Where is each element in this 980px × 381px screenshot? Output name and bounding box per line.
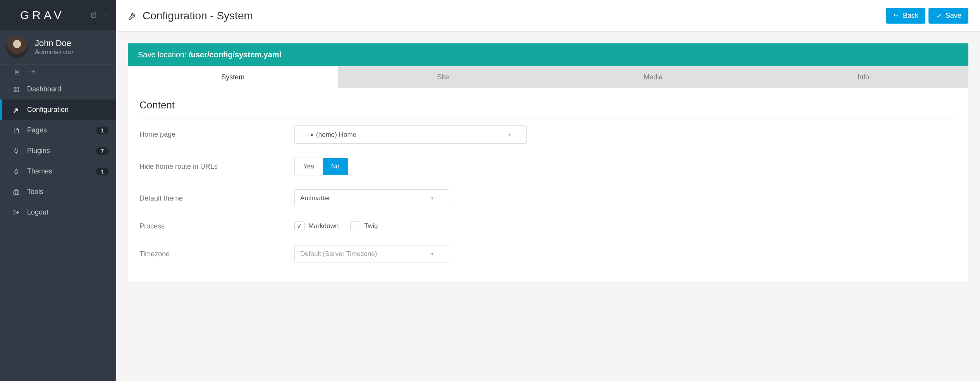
svg-rect-6 — [14, 90, 16, 92]
section-title: Content — [139, 96, 957, 118]
badge-pages: 1 — [96, 127, 108, 134]
nav-plugins[interactable]: Plugins 7 — [0, 141, 116, 161]
tool-row — [0, 64, 116, 79]
panel: Content Home page —- ▸ (home) Home ▾ Hid… — [128, 88, 968, 281]
select-theme[interactable]: Antimatter ▾ — [294, 189, 449, 207]
back-label: Back — [903, 12, 918, 20]
svg-rect-3 — [14, 87, 16, 89]
wrench-icon — [128, 11, 137, 21]
chevron-down-icon: ▾ — [509, 132, 511, 137]
brand-logo: GRAV — [20, 9, 65, 22]
chevron-down-icon: ▾ — [431, 251, 433, 257]
nav-label: Pages — [27, 126, 47, 134]
nav-label: Logout — [27, 208, 48, 216]
tab-system[interactable]: System — [128, 66, 338, 88]
topbar: Configuration - System Back Save — [116, 0, 980, 32]
external-link-icon[interactable] — [91, 12, 97, 18]
nav-logout[interactable]: Logout — [0, 202, 116, 223]
checkbox-markdown[interactable] — [294, 221, 304, 231]
toggle-no[interactable]: No — [323, 158, 348, 175]
nav-label: Plugins — [27, 147, 50, 155]
logout-icon — [12, 209, 20, 216]
save-location-banner: Save location: /user/config/system.yaml — [128, 43, 968, 66]
row-theme: Default theme Antimatter ▾ — [139, 182, 957, 214]
tabs: System Site Media Info — [128, 66, 968, 88]
label-timezone: Timezone — [139, 250, 294, 258]
svg-rect-4 — [17, 87, 19, 89]
checkbox-twig[interactable] — [350, 221, 360, 231]
select-homepage[interactable]: —- ▸ (home) Home ▾ — [294, 125, 527, 144]
sidebar: GRAV John Doe Administrator — [0, 0, 116, 381]
nav-configuration[interactable]: Configuration — [0, 100, 116, 120]
select-value: Antimatter — [300, 194, 330, 202]
select-value: —- ▸ (home) Home — [300, 130, 356, 139]
check-icon — [935, 13, 942, 19]
label-theme: Default theme — [139, 194, 294, 203]
drop-icon — [12, 168, 20, 175]
user-role: Administrator — [35, 48, 74, 56]
tab-site[interactable]: Site — [338, 66, 548, 88]
check-label-twig: Twig — [364, 222, 378, 230]
banner-prefix: Save location: — [138, 50, 189, 59]
label-homepage: Home page — [139, 130, 294, 139]
row-homepage: Home page —- ▸ (home) Home ▾ — [139, 118, 957, 151]
reply-icon — [893, 13, 899, 19]
select-timezone[interactable]: Default (Server Timezone) ▾ — [294, 245, 449, 263]
row-process: Process Markdown Twig — [139, 214, 957, 238]
nav: Dashboard Configuration Pages 1 Plugins … — [0, 79, 116, 223]
avatar — [6, 36, 28, 58]
file-icon — [12, 127, 20, 134]
briefcase-icon — [12, 189, 20, 195]
grid-icon — [12, 86, 20, 93]
trash-icon[interactable] — [14, 69, 20, 75]
page-title-text: Configuration - System — [143, 10, 253, 22]
toggle-hidehome: Yes No — [294, 158, 348, 175]
svg-line-0 — [93, 13, 96, 15]
save-label: Save — [946, 12, 961, 20]
nav-themes[interactable]: Themes 1 — [0, 161, 116, 182]
row-hidehome: Hide home route in URLs Yes No — [139, 151, 957, 182]
main: Configuration - System Back Save Save lo… — [116, 0, 980, 381]
save-button[interactable]: Save — [928, 8, 968, 24]
label-process: Process — [139, 222, 294, 230]
nav-tools[interactable]: Tools — [0, 182, 116, 202]
badge-themes: 1 — [96, 168, 108, 175]
tab-media[interactable]: Media — [548, 66, 758, 88]
check-label-markdown: Markdown — [308, 222, 339, 230]
user-block[interactable]: John Doe Administrator — [0, 30, 116, 64]
tab-info[interactable]: Info — [758, 66, 969, 88]
page-title: Configuration - System — [128, 10, 253, 22]
logo-row: GRAV — [0, 0, 116, 30]
svg-rect-5 — [17, 90, 19, 92]
user-name: John Doe — [35, 38, 74, 48]
nav-label: Dashboard — [27, 85, 61, 93]
plus-icon[interactable] — [30, 69, 36, 75]
chevron-left-icon[interactable] — [104, 12, 108, 18]
chevron-down-icon: ▾ — [431, 196, 433, 201]
back-button[interactable]: Back — [886, 8, 925, 24]
nav-label: Tools — [27, 188, 43, 196]
nav-label: Configuration — [27, 106, 69, 114]
toggle-yes[interactable]: Yes — [295, 158, 323, 175]
nav-pages[interactable]: Pages 1 — [0, 120, 116, 141]
plug-icon — [12, 148, 20, 154]
wrench-icon — [12, 107, 20, 113]
label-hidehome: Hide home route in URLs — [139, 163, 294, 171]
nav-label: Themes — [27, 167, 52, 175]
banner-path: /user/config/system.yaml — [189, 50, 281, 59]
nav-dashboard[interactable]: Dashboard — [0, 79, 116, 100]
select-value: Default (Server Timezone) — [300, 250, 377, 258]
svg-rect-7 — [14, 190, 19, 194]
badge-plugins: 7 — [96, 147, 108, 155]
row-timezone: Timezone Default (Server Timezone) ▾ — [139, 238, 957, 270]
